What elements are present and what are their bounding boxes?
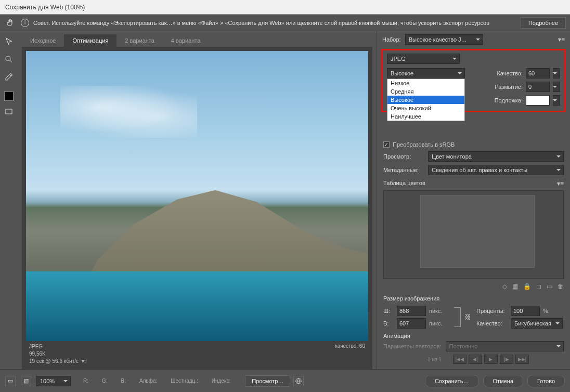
color-swatch[interactable] [4,92,14,101]
animation-label: Анимация [377,330,570,340]
link-brace-icon [454,307,461,327]
anim-last-icon: ▶▶| [515,355,529,364]
ct-cube-icon[interactable]: ◻ [536,283,541,290]
more-button[interactable]: Подробнее [521,17,566,29]
svg-rect-1 [6,109,12,114]
ct-diamond-icon[interactable]: ◇ [502,283,507,290]
svg-point-0 [6,56,10,61]
preview-meta: JPEG 99,56K 19 сек @ 56,6 кбит/с ▾≡ [29,343,87,365]
preset-label: Набор: [382,36,401,43]
color-table-label: Таблица цветов [383,180,425,187]
quality-option-max[interactable]: Наилучшее [387,112,464,121]
zoom-select[interactable]: 100% [36,376,71,386]
srgb-label: Преобразовать в sRGB [393,141,455,148]
height-label: В: [383,320,394,326]
quality-preset-select[interactable]: Высокое [387,68,465,79]
height-input[interactable] [397,318,426,329]
frame-pager: 1 из 1 [418,357,451,362]
px-unit: пикс. [429,308,450,314]
preview-button[interactable]: Просмотр… [245,375,290,387]
highlighted-settings: JPEG Высокое Низкое Средняя Высокое Очен… [381,49,566,112]
repeat-select: Постоянно [446,341,564,351]
tab-original[interactable]: Исходное [22,34,64,47]
width-label: Ш: [383,308,394,314]
quality-dropdown-icon[interactable] [553,68,560,79]
preview-mode-select[interactable]: Цвет монитора [428,151,564,162]
ct-grid-icon[interactable]: ▦ [512,283,518,290]
width-input[interactable] [397,306,426,316]
quality-preset-dropdown: Низкое Средняя Высокое Очень высокий Наи… [387,79,465,121]
tab-4up[interactable]: 4 варианта [163,34,209,47]
ct-trash-icon[interactable]: 🗑 [558,283,564,290]
preview-tabs: Исходное Оптимизация 2 варианта 4 вариан… [22,31,372,47]
percent-input[interactable] [511,306,540,316]
color-readout: R:G:B: Альфа:Шестнадц.:Индекс: [83,378,230,384]
cancel-button[interactable]: Отмена [483,375,523,387]
blur-input[interactable] [526,82,550,92]
repeat-label: Параметры повторов: [383,343,442,349]
anim-next-icon: |▶ [500,355,513,364]
quality-option-medium[interactable]: Средняя [387,87,464,96]
done-button[interactable]: Готово [527,375,565,387]
resample-label: Качество: [476,320,508,326]
preview-mode-label: Просмотр: [383,153,424,160]
quality-option-high[interactable]: Высокое [387,96,464,104]
ct-new-icon[interactable]: ▭ [547,283,552,290]
image-size-label: Размер изображения [383,295,439,302]
blur-label: Размытие: [488,84,523,90]
footer: ▭ ▧ 100% R:G:B: Альфа:Шестнадц.:Индекс: … [0,369,570,392]
preview-quality: качество: 60 [335,343,365,365]
hand-tool-icon[interactable] [4,17,17,29]
quality-input[interactable] [526,68,550,79]
anim-prev-icon: ◀| [469,355,482,364]
metadata-label: Метаданные: [383,167,424,173]
anim-play-icon: ▶ [484,355,498,364]
format-select[interactable]: JPEG [387,54,460,64]
blur-dropdown-icon[interactable] [553,82,560,92]
browser-preview-icon[interactable] [293,376,304,386]
quality-option-low[interactable]: Низкое [387,79,464,87]
quality-label: Качество: [488,70,523,76]
preset-select[interactable]: Высокое качество J… [405,34,483,45]
matte-swatch[interactable] [526,95,550,106]
tab-2up[interactable]: 2 варианта [116,34,163,47]
matte-dropdown-icon[interactable] [553,95,560,106]
tip-bar: i Совет. Используйте команду «Экспортиро… [0,15,570,31]
matte-label: Подложка: [488,97,523,103]
eyedropper-tool-icon[interactable] [3,71,15,83]
slice-tool-icon[interactable] [3,106,15,119]
info-icon: i [21,19,29,27]
ct-lock-icon[interactable]: 🔒 [523,283,531,290]
tip-text: Совет. Используйте команду «Экспортирова… [33,20,516,26]
save-button[interactable]: Сохранить… [425,375,479,387]
metadata-select[interactable]: Сведения об авт. правах и контакты [428,165,564,175]
image-preview[interactable] [26,51,368,341]
resample-select[interactable]: Бикубическая [511,318,563,329]
settings-panel: Набор: Высокое качество J… ▾≡ JPEG Высок… [377,31,570,369]
color-table [383,190,564,279]
pointer-tool-icon[interactable] [3,35,15,48]
srgb-checkbox[interactable]: ✓ [383,141,390,148]
anim-first-icon: |◀◀ [453,355,467,364]
tool-column [0,31,18,369]
percent-unit: % [543,308,564,314]
px-unit-2: пикс. [429,320,450,326]
zoom-tool-icon[interactable] [3,53,15,66]
slice-vis2-icon[interactable]: ▧ [21,376,31,386]
quality-option-veryhigh[interactable]: Очень высокий [387,104,464,112]
percent-label: Проценты: [476,308,508,314]
tab-optimized[interactable]: Оптимизация [64,34,116,47]
window-title: Сохранить для Web (100%) [0,0,570,15]
slice-vis-icon[interactable]: ▭ [5,376,16,386]
color-table-menu-icon[interactable]: ▾≡ [557,180,564,187]
panel-menu-icon[interactable]: ▾≡ [558,36,565,43]
link-icon[interactable]: ⛓ [465,313,471,321]
